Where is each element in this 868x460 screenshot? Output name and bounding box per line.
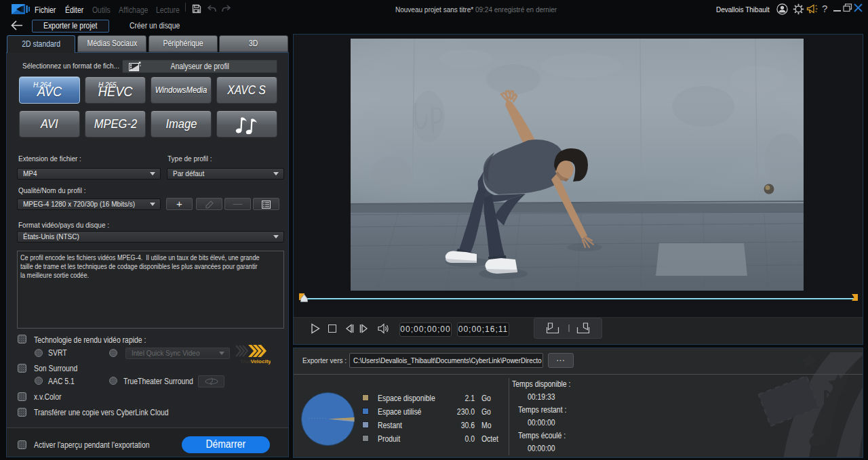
svg-text:Velocity: Velocity bbox=[251, 358, 271, 364]
